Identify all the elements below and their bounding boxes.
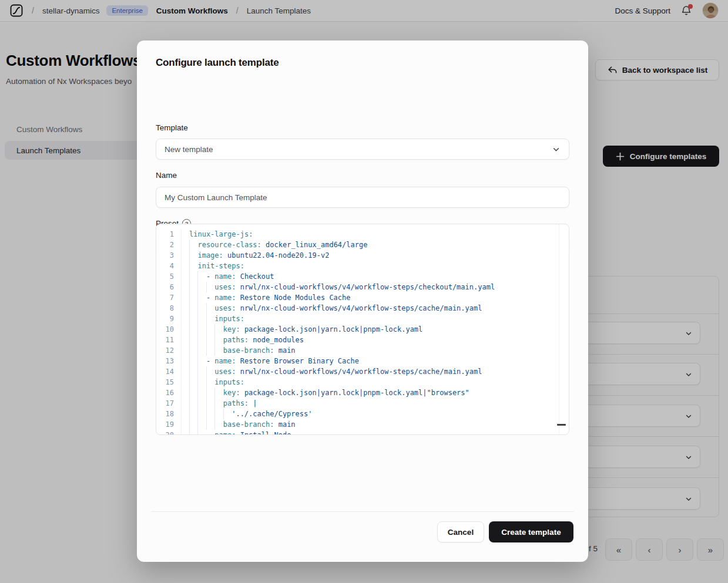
template-select[interactable]: New template xyxy=(156,139,569,160)
editor-scrollbar-thumb[interactable] xyxy=(557,424,566,426)
create-template-button[interactable]: Create template xyxy=(489,521,573,542)
modal-footer-divider xyxy=(151,511,574,512)
code-line: 14uses: nrwl/nx-cloud-workflows/v4/workf… xyxy=(156,366,569,377)
line-number: 9 xyxy=(156,314,182,324)
template-select-value: New template xyxy=(165,145,213,154)
chevron-down-icon xyxy=(552,145,561,154)
code-line: 2resource-class: docker_linux_amd64/larg… xyxy=(156,240,569,250)
code-line: 11paths: node_modules xyxy=(156,335,569,345)
modal-title: Configure launch template xyxy=(156,57,279,69)
code-line: 7- name: Restore Node Modules Cache xyxy=(156,292,569,303)
line-number: 4 xyxy=(156,261,182,271)
code-line: 5- name: Checkout xyxy=(156,271,569,282)
line-number: 11 xyxy=(156,335,182,345)
code-line: 12base-branch: main xyxy=(156,345,569,356)
line-number: 20 xyxy=(156,430,182,435)
code-line: 6uses: nrwl/nx-cloud-workflows/v4/workfl… xyxy=(156,282,569,292)
line-number: 1 xyxy=(156,229,182,240)
name-label: Name xyxy=(156,171,177,180)
line-number: 6 xyxy=(156,282,182,292)
code-line: 1linux-large-js: xyxy=(156,229,569,240)
code-line: 13- name: Restore Browser Binary Cache xyxy=(156,356,569,366)
line-number: 15 xyxy=(156,377,182,387)
name-input-value: My Custom Launch Template xyxy=(165,193,267,202)
line-number: 3 xyxy=(156,250,182,261)
code-line: 18'../.cache/Cypress' xyxy=(156,409,569,419)
code-line: 9inputs: xyxy=(156,314,569,324)
code-line: 17paths: | xyxy=(156,398,569,409)
template-label: Template xyxy=(156,123,188,132)
code-line: 16key: package-lock.json|yarn.lock|pnpm-… xyxy=(156,387,569,398)
line-number: 10 xyxy=(156,324,182,335)
line-number: 5 xyxy=(156,271,182,282)
line-number: 13 xyxy=(156,356,182,366)
line-number: 12 xyxy=(156,345,182,356)
code-line: 19base-branch: main xyxy=(156,419,569,430)
code-line: 20- name: Install Node xyxy=(156,430,569,435)
code-line: 4init-steps: xyxy=(156,261,569,271)
cancel-button[interactable]: Cancel xyxy=(437,521,484,542)
line-number: 8 xyxy=(156,303,182,314)
line-number: 16 xyxy=(156,387,182,398)
yaml-editor[interactable]: 1linux-large-js:2resource-class: docker_… xyxy=(156,224,569,435)
line-number: 19 xyxy=(156,419,182,430)
code-line: 3image: ubuntu22.04-node20.19-v2 xyxy=(156,250,569,261)
editor-right-ruler xyxy=(559,224,559,434)
code-line: 8uses: nrwl/nx-cloud-workflows/v4/workfl… xyxy=(156,303,569,314)
line-number: 2 xyxy=(156,240,182,250)
name-input[interactable]: My Custom Launch Template xyxy=(156,187,569,208)
code-line: 10key: package-lock.json|yarn.lock|pnpm-… xyxy=(156,324,569,335)
line-number: 17 xyxy=(156,398,182,409)
code-line: 15inputs: xyxy=(156,377,569,387)
line-number: 14 xyxy=(156,366,182,377)
configure-launch-template-modal: Configure launch template Template New t… xyxy=(137,41,588,562)
line-number: 7 xyxy=(156,292,182,303)
line-number: 18 xyxy=(156,409,182,419)
